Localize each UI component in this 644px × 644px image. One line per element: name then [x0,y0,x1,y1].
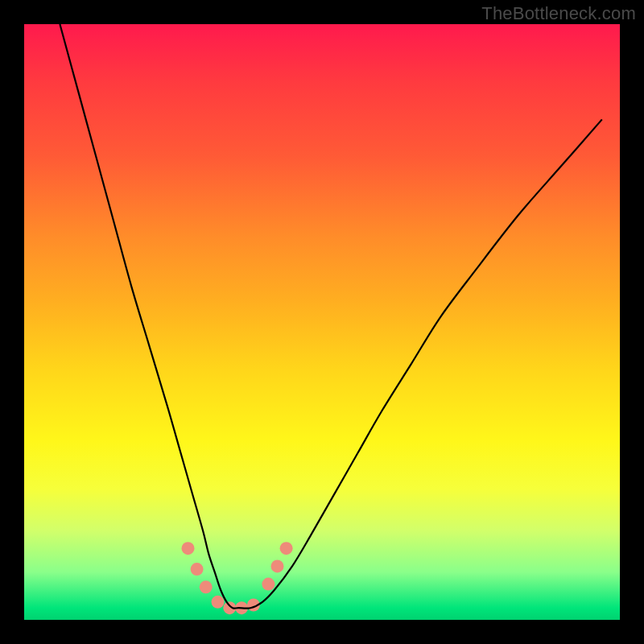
chart-marker [212,596,225,609]
chart-marker [182,542,195,555]
chart-marker [271,559,284,572]
watermark-text: TheBottleneck.com [481,3,636,24]
chart-marker [280,542,293,555]
chart-marker [191,563,204,576]
chart-frame: TheBottleneck.com [0,0,644,644]
chart-plot-area [24,24,620,620]
chart-marker [262,578,275,591]
chart-markers [182,542,293,614]
chart-marker [200,580,213,593]
chart-curve [60,24,601,609]
chart-svg [24,24,620,620]
